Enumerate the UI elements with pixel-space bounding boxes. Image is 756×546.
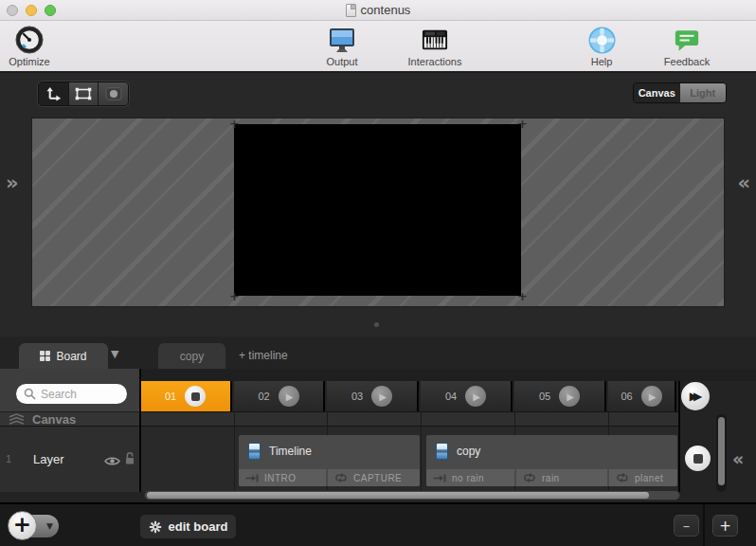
- selection-handle-icon[interactable]: +: [517, 292, 526, 300]
- cell-number: 02: [258, 391, 269, 402]
- feedback-label: Feedback: [664, 56, 710, 67]
- cue-label: rain: [542, 473, 560, 483]
- board-cell-03[interactable]: 03 ▶: [327, 381, 419, 411]
- gauge-icon: [15, 25, 44, 55]
- cue-label: INTRO: [264, 473, 297, 483]
- board-cell-01[interactable]: 01: [140, 381, 232, 411]
- board-left-column: [0, 369, 140, 411]
- collapse-right-track-button[interactable]: «: [732, 448, 744, 469]
- bottom-divider: [703, 504, 705, 546]
- board-panel: Board ▼ copy + timeline 01 02 ▶: [0, 337, 756, 502]
- horizontal-scrollbar[interactable]: [144, 490, 680, 500]
- board-cell-02[interactable]: 02 ▶: [234, 381, 325, 411]
- window-minimize-button[interactable]: [26, 5, 37, 16]
- horizontal-scrollbar-thumb[interactable]: [147, 492, 649, 499]
- grid-divider: [678, 381, 680, 492]
- dropdown-triangle-icon: ▼: [46, 521, 53, 531]
- play-icon[interactable]: ▶: [559, 386, 580, 407]
- window-title-group: contenus: [346, 3, 411, 17]
- fast-forward-button[interactable]: ▶▶: [681, 382, 710, 410]
- zoom-in-button[interactable]: +: [712, 515, 738, 537]
- move-tool-button[interactable]: [39, 82, 69, 105]
- feedback-bubble-icon: [674, 25, 700, 55]
- play-icon[interactable]: ▶: [465, 386, 486, 407]
- output-label: Output: [326, 56, 357, 67]
- layer-row-header[interactable]: 1 Layer: [0, 426, 140, 492]
- layer-stop-button[interactable]: [685, 446, 711, 471]
- cue-planet[interactable]: planet: [609, 469, 677, 486]
- board-cell-04[interactable]: 04 ▶: [421, 381, 513, 411]
- zoom-out-button[interactable]: –: [674, 515, 699, 537]
- stop-icon: [693, 454, 703, 464]
- output-button[interactable]: Output: [316, 25, 368, 67]
- cue-no-rain[interactable]: no rain: [426, 469, 514, 486]
- play-icon[interactable]: ▶: [279, 386, 299, 407]
- view-canvas-option[interactable]: Canvas: [634, 83, 680, 102]
- collapse-right-panel-button[interactable]: «: [737, 173, 750, 192]
- cue-strip: no rain rain: [426, 469, 677, 486]
- search-icon: [24, 388, 36, 400]
- app-window: contenus Optimize: [0, 0, 756, 546]
- board-grid-icon: [40, 351, 50, 361]
- board-tab-dropdown-icon[interactable]: ▼: [111, 348, 118, 360]
- canvas-row-header[interactable]: Canvas: [0, 411, 140, 426]
- search-input[interactable]: [41, 388, 115, 401]
- selection-handle-icon[interactable]: +: [229, 119, 238, 128]
- loop-cue-icon: [523, 473, 536, 482]
- add-layer-combo: ▼ +: [8, 511, 59, 541]
- cue-label: planet: [635, 473, 663, 483]
- play-icon[interactable]: ▶: [371, 386, 392, 407]
- stop-icon[interactable]: [185, 386, 206, 407]
- view-mode-toggle: Canvas Light: [633, 82, 727, 103]
- lock-icon[interactable]: [124, 451, 135, 469]
- window-zoom-button[interactable]: [45, 5, 56, 16]
- clip-copy[interactable]: copy no rain: [426, 435, 677, 486]
- cell-number: 04: [445, 391, 457, 402]
- cell-number: 05: [539, 391, 550, 402]
- stage-output-rect[interactable]: + + + +: [234, 124, 521, 296]
- selection-handle-icon[interactable]: +: [517, 119, 526, 128]
- cue-label: no rain: [452, 473, 484, 483]
- tab-board[interactable]: Board: [19, 343, 108, 369]
- optimize-button[interactable]: Optimize: [2, 25, 57, 67]
- view-light-option[interactable]: Light: [680, 83, 727, 102]
- loop-cue-icon: [334, 473, 348, 482]
- tab-board-label: Board: [56, 350, 86, 363]
- lifebuoy-icon: [588, 25, 616, 55]
- visibility-eye-icon[interactable]: [104, 453, 120, 470]
- add-layer-button[interactable]: +: [8, 511, 37, 540]
- page-indicator-dot: [374, 322, 379, 327]
- editor-stage[interactable]: + + + +: [31, 118, 725, 307]
- vertical-scrollbar-thumb[interactable]: [718, 417, 725, 485]
- interactions-label: Interactions: [408, 56, 462, 67]
- tab-copy[interactable]: copy: [158, 343, 225, 369]
- feedback-button[interactable]: Feedback: [657, 25, 716, 67]
- goto-cue-icon: [433, 474, 446, 482]
- help-label: Help: [591, 56, 613, 67]
- vertical-scrollbar[interactable]: [716, 414, 727, 492]
- cue-intro[interactable]: INTRO: [239, 469, 326, 486]
- clip-timeline[interactable]: Timeline INTRO: [239, 435, 420, 486]
- interactions-button[interactable]: Interactions: [400, 25, 470, 67]
- play-icon[interactable]: ▶: [641, 386, 662, 407]
- film-clip-icon: [248, 443, 261, 460]
- cue-label: CAPTURE: [353, 473, 402, 483]
- window-close-button[interactable]: [7, 5, 18, 16]
- help-button[interactable]: Help: [580, 25, 623, 67]
- frame-tool-button[interactable]: [69, 82, 99, 105]
- expand-left-panel-button[interactable]: »: [6, 173, 19, 192]
- board-cell-05[interactable]: 05 ▶: [514, 381, 606, 411]
- board-cell-06[interactable]: 06 ▶: [608, 381, 676, 411]
- title-bar: contenus: [0, 0, 756, 21]
- cue-capture[interactable]: CAPTURE: [328, 469, 420, 486]
- cue-rain[interactable]: rain: [516, 469, 607, 486]
- add-timeline-button[interactable]: + timeline: [239, 349, 288, 362]
- mask-tool-button[interactable]: [99, 82, 128, 105]
- canvas-tool-group: [38, 82, 129, 106]
- selection-handle-icon[interactable]: +: [229, 292, 238, 300]
- traffic-lights: [7, 5, 56, 16]
- cell-number: 06: [621, 391, 632, 402]
- edit-board-button[interactable]: edit board: [140, 515, 236, 538]
- search-box[interactable]: [16, 384, 127, 404]
- monitor-icon: [328, 25, 356, 55]
